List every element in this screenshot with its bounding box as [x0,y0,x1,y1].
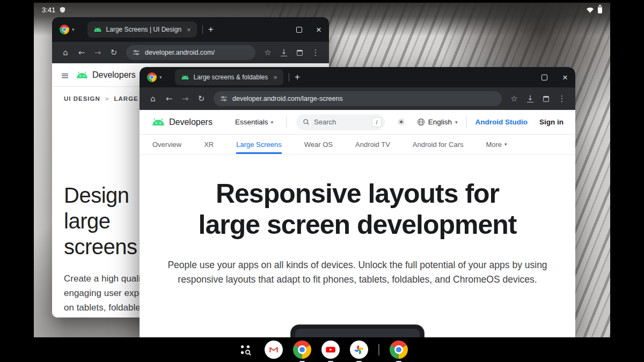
reload-button[interactable]: ↻ [194,95,208,103]
status-bar: 3:41 [34,3,610,17]
address-bar[interactable]: developer.android.com/ [126,45,255,60]
nav-xr[interactable]: XR [204,135,214,154]
forward-button[interactable]: → [91,49,105,57]
close-tab-icon[interactable]: × [273,73,277,82]
keyboard-shortcut-hint: / [372,117,382,127]
device-hero-image [290,324,425,337]
app-launcher-icon[interactable] [236,341,254,359]
nav-large-screens[interactable]: Large Screens [236,135,282,154]
url-text: developer.android.com/large-screens [232,95,343,102]
back-button[interactable]: ← [162,95,176,103]
android-logo-icon [76,71,89,79]
tab-title: Large screens & foldables [194,73,268,81]
nav-overview[interactable]: Overview [152,135,181,154]
nav-wear-os[interactable]: Wear OS [304,135,333,154]
back-button[interactable]: ← [75,49,89,57]
open-in-window-icon[interactable] [297,50,303,56]
chrome-window-foreground: ▾ Large screens & foldables × + × ⌂ ← → … [140,67,575,337]
breadcrumb-separator-icon: > [105,95,109,102]
search-input[interactable]: Search / [296,114,385,130]
chevron-down-icon: ▾ [455,120,458,125]
clock: 3:41 [42,6,55,14]
maximize-button[interactable] [541,75,547,80]
hero-paragraph: People use your apps on all kinds of dev… [162,258,553,287]
android-logo-icon [151,118,165,126]
forward-button[interactable]: → [178,95,192,103]
reload-button[interactable]: ↻ [107,49,121,57]
nav-more[interactable]: More▾ [486,135,507,154]
back-window-toolbar: ⌂ ← → ↻ developer.android.com/ ☆ ↓ ⋮ [52,42,329,63]
nav-android-for-cars[interactable]: Android for Cars [413,135,464,154]
sign-in-button[interactable]: Sign in [539,118,564,126]
youtube-icon[interactable] [321,341,340,359]
site-settings-icon[interactable] [220,95,228,102]
android-favicon-icon [181,75,189,80]
brand-label: Developers [169,117,213,127]
bookmark-star-icon[interactable]: ☆ [261,49,275,57]
taskbar-separator [378,344,379,356]
downloads-icon[interactable]: ↓ [523,95,537,102]
language-selector[interactable]: English ▾ [417,118,458,126]
address-bar[interactable]: developer.android.com/large-screens [214,91,502,106]
privacy-shield-icon [60,6,65,13]
downloads-icon[interactable]: ↓ [277,49,291,56]
front-window-titlebar[interactable]: ▾ Large screens & foldables × + × [140,67,575,87]
open-in-window-icon[interactable] [543,96,549,102]
android-studio-link[interactable]: Android Studio [475,118,528,126]
home-button[interactable]: ⌂ [58,49,72,57]
android-developers-brand[interactable]: Developers [76,70,136,80]
android-favicon-icon [93,27,102,32]
tab-title: Large Screens | UI Design [106,26,182,33]
battery-icon [598,6,602,13]
front-window-toolbar: ⌂ ← → ↻ developer.android.com/large-scre… [140,87,575,110]
close-window-button[interactable]: × [316,25,321,34]
site-nav: Overview XR Large Screens Wear OS Androi… [140,135,575,154]
back-window-titlebar[interactable]: ▾ Large Screens | UI Design × + × [52,17,329,42]
bookmark-star-icon[interactable]: ☆ [507,95,521,103]
site-header: Developers Essentials ▾ Search / ☀ Engli… [140,110,575,135]
search-icon [303,119,310,125]
close-tab-icon[interactable]: × [187,26,191,34]
chrome-logo-icon[interactable] [60,25,69,34]
hamburger-menu-icon[interactable]: ≡ [61,69,69,81]
browser-menu-icon[interactable]: ⋮ [309,49,323,57]
chevron-down-icon[interactable]: ▾ [159,75,162,80]
breadcrumb-ui-design[interactable]: UI DESIGN [64,95,100,102]
device-screen [295,329,420,337]
maximize-button[interactable] [296,27,302,33]
chrome-logo-icon[interactable] [147,72,157,82]
chrome-icon[interactable] [390,341,408,359]
brand-label: Developers [92,70,136,80]
android-developers-brand[interactable]: Developers [151,117,213,127]
search-placeholder: Search [314,118,368,126]
front-window-page: Developers Essentials ▾ Search / ☀ Engli… [140,110,575,337]
hero-title: Responsive layouts for large screen deve… [140,179,575,240]
url-text: developer.android.com/ [145,49,215,56]
taskbar [0,337,644,362]
theme-toggle-icon[interactable]: ☀ [397,117,405,127]
browser-tab[interactable]: Large Screens | UI Design × [87,21,197,38]
chevron-down-icon: ▾ [270,120,273,125]
chevron-down-icon: ▾ [504,142,507,147]
gmail-icon[interactable] [265,341,283,359]
browser-menu-icon[interactable]: ⋮ [555,95,569,103]
close-window-button[interactable]: × [562,73,568,82]
browser-tab[interactable]: Large screens & foldables × [175,69,283,85]
screen: 3:41 ▾ Large Screens | UI Design × + × ⌂ [0,0,644,362]
essentials-menu[interactable]: Essentials ▾ [235,118,273,126]
google-photos-icon[interactable] [350,341,368,359]
site-settings-icon[interactable] [133,49,140,56]
chrome-icon[interactable] [293,341,311,359]
nav-android-tv[interactable]: Android TV [355,135,390,154]
wifi-icon [586,6,594,13]
new-tab-button[interactable]: + [295,72,300,83]
home-button[interactable]: ⌂ [146,95,160,103]
globe-icon [417,118,425,126]
new-tab-button[interactable]: + [208,24,214,35]
chevron-down-icon[interactable]: ▾ [72,27,75,32]
